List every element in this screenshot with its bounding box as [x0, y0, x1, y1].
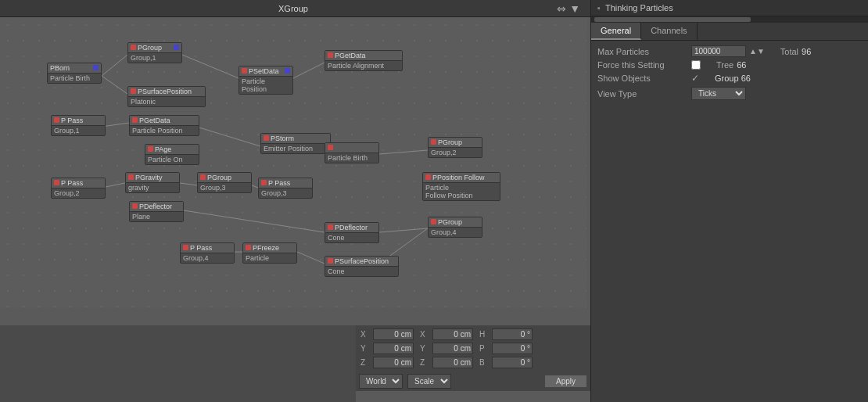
b-input[interactable] — [492, 357, 533, 368]
view-type-select[interactable]: Ticks — [691, 87, 746, 100]
force-setting-row: Force this Setting Tree 66 — [597, 60, 862, 70]
dropdown-icon[interactable]: ▼ — [569, 2, 580, 15]
show-objects-row: Show Objects ✓ Group 66 — [597, 73, 862, 84]
window-title-bar: XGroup ⇔ ▼ — [0, 0, 586, 17]
force-setting-checkbox[interactable] — [691, 60, 701, 70]
b-label: B — [479, 358, 489, 367]
node-pstorm[interactable]: PStorm Emitter Position — [260, 133, 331, 154]
show-objects-check-icon: ✓ — [691, 73, 699, 84]
world-select[interactable]: World — [359, 374, 403, 389]
coord-panel: X X H Y Y P Z Z B — [356, 325, 590, 371]
y-label: Y — [360, 344, 370, 353]
svg-line-14 — [297, 252, 325, 264]
svg-line-7 — [379, 150, 428, 154]
p-input[interactable] — [492, 343, 533, 354]
force-setting-label: Force this Setting — [597, 60, 691, 70]
node-pgroup1[interactable]: PGroup Group,1 — [127, 42, 182, 63]
scrollbar[interactable] — [591, 16, 868, 23]
node-canvas[interactable]: PBorn Particle Birth PGroup Group,1 PGet… — [0, 17, 586, 308]
y-input1[interactable] — [373, 343, 414, 354]
stepper-icon[interactable]: ▲▼ — [749, 47, 765, 56]
panel-header: ▪ Thinking Particles — [591, 0, 868, 16]
node-pposition[interactable]: PPosition Follow ParticleFollow Position — [422, 172, 500, 201]
z2-label: Z — [420, 358, 429, 367]
node-pgetdata1[interactable]: PGetData Particle Alignment — [325, 50, 403, 71]
node-ppass3[interactable]: P Pass Group,3 — [258, 178, 313, 199]
tree-label: Tree — [716, 60, 733, 70]
x2-label: X — [420, 330, 429, 339]
right-panel: ▪ Thinking Particles General Channels Ma… — [590, 0, 868, 402]
svg-line-0 — [102, 55, 127, 76]
svg-line-10 — [252, 185, 258, 188]
x-label: X — [360, 330, 370, 339]
move-icon[interactable]: ⇔ — [557, 2, 566, 15]
svg-line-2 — [182, 55, 239, 78]
show-objects-group: Group 66 — [715, 74, 751, 83]
node-pgravity[interactable]: PGravity gravity — [125, 172, 180, 193]
max-particles-label: Max Particles — [597, 47, 691, 56]
x-input1[interactable] — [373, 328, 414, 340]
node-psetdata[interactable]: PSetData ParticlePosition — [239, 66, 293, 95]
h-label: H — [479, 330, 489, 339]
svg-line-3 — [293, 63, 325, 78]
y2-label: Y — [420, 344, 429, 353]
total-value: 96 — [802, 47, 811, 56]
node-ppass2[interactable]: P Pass Group,2 — [51, 178, 106, 199]
svg-line-1 — [102, 76, 127, 94]
apply-button[interactable]: Apply — [544, 375, 587, 388]
node-particle-birth[interactable]: Particle Birth — [325, 142, 379, 163]
panel-tabs: General Channels — [591, 23, 868, 41]
panel-icon: ▪ — [597, 3, 601, 13]
window-title: XGroup — [278, 4, 308, 13]
total-label: Total — [780, 47, 798, 56]
svg-line-12 — [379, 228, 428, 232]
view-type-row: View Type Ticks — [597, 87, 862, 100]
node-pdeflector2[interactable]: PDeflector Cone — [325, 222, 379, 243]
h-input[interactable] — [492, 328, 533, 340]
z-input1[interactable] — [373, 357, 414, 368]
scrollbar-thumb[interactable] — [594, 17, 751, 22]
max-particles-row: Max Particles ▲▼ Total 96 — [597, 45, 862, 57]
connections-overlay — [0, 17, 586, 308]
bottom-buttons: World Scale Apply — [356, 371, 590, 391]
scale-select[interactable]: Scale — [407, 374, 451, 389]
show-objects-label: Show Objects — [597, 74, 691, 83]
tab-channels[interactable]: Channels — [641, 23, 697, 40]
tree-value: 66 — [737, 60, 746, 70]
panel-title: Thinking Particles — [605, 3, 673, 13]
node-ppass1[interactable]: P Pass Group,1 — [51, 115, 106, 136]
node-psurface1[interactable]: PSurfacePosition Platonic — [127, 86, 206, 107]
bottom-left-panel — [0, 325, 356, 402]
z-label: Z — [360, 358, 370, 367]
node-pborn[interactable]: PBorn Particle Birth — [47, 63, 102, 84]
x-input2[interactable] — [432, 328, 473, 340]
max-particles-input[interactable] — [691, 45, 746, 57]
window-controls[interactable]: ⇔ ▼ — [557, 2, 580, 15]
node-pgroup4[interactable]: PGroup Group,4 — [428, 217, 482, 238]
svg-line-11 — [184, 210, 325, 232]
z-input2[interactable] — [432, 357, 473, 368]
node-pfreeze[interactable]: PFreeze Particle — [242, 242, 297, 264]
node-pgetdata2[interactable]: PGetData Particle Position — [129, 115, 199, 136]
node-pdeflector1[interactable]: PDeflector Plane — [129, 201, 184, 222]
view-type-label: View Type — [597, 89, 691, 99]
p-label: P — [479, 344, 489, 353]
panel-content: Max Particles ▲▼ Total 96 Force this Set… — [591, 41, 868, 108]
node-pgroup3[interactable]: PGroup Group,3 — [197, 172, 252, 193]
tab-general[interactable]: General — [591, 23, 641, 40]
svg-line-9 — [180, 183, 197, 185]
node-ppass4[interactable]: P Pass Group,4 — [180, 242, 235, 264]
node-psurface2[interactable]: PSurfacePosition Cone — [325, 256, 399, 277]
y-input2[interactable] — [432, 343, 473, 354]
svg-line-4 — [102, 123, 129, 127]
node-pgroup2[interactable]: PGroup Group,2 — [428, 137, 482, 158]
node-page[interactable]: PAge Particle On — [145, 144, 199, 165]
